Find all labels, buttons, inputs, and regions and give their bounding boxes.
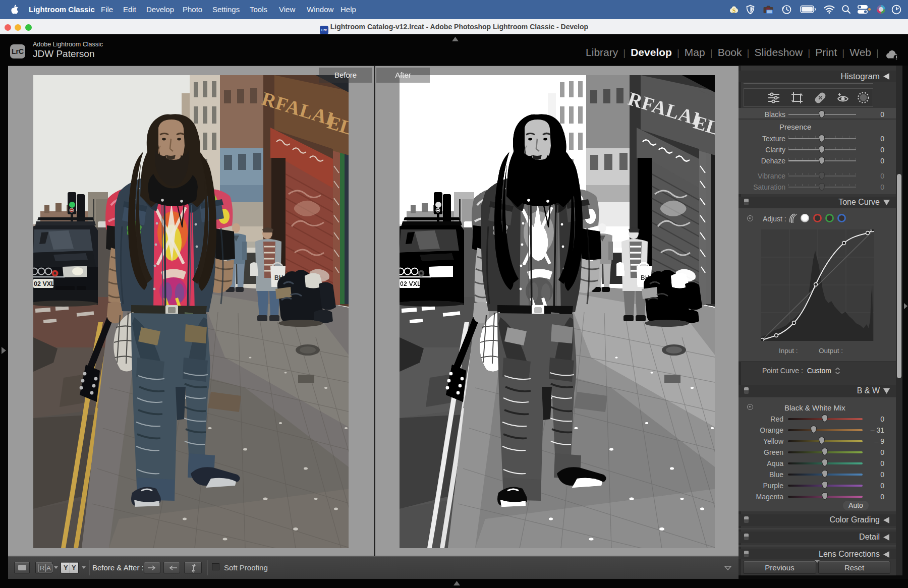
svg-text:S: S <box>732 7 736 14</box>
